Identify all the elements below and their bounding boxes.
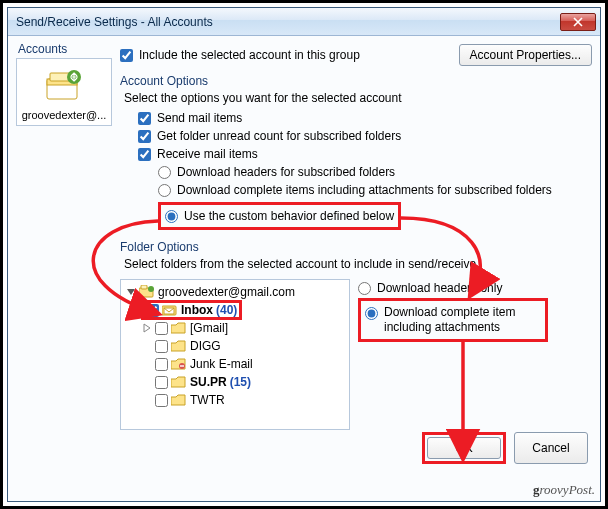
expander-open-icon[interactable] — [125, 287, 136, 298]
unread-count-checkbox[interactable] — [138, 130, 151, 143]
account-options-desc: Select the options you want for the sele… — [124, 91, 592, 105]
account-item[interactable]: groovedexter@... — [19, 67, 109, 121]
folder-count-inbox: (40) — [216, 303, 237, 317]
svg-rect-5 — [141, 285, 147, 289]
folder-label-inbox: Inbox — [181, 303, 213, 317]
folder-options-title: Folder Options — [120, 240, 592, 254]
folder-checkbox-supr[interactable] — [155, 376, 168, 389]
junk-folder-icon — [171, 357, 187, 371]
inbox-icon — [162, 303, 178, 317]
folder-icon — [171, 321, 187, 335]
download-complete-radio[interactable] — [365, 307, 378, 320]
titlebar: Send/Receive Settings - All Accounts — [8, 8, 600, 36]
folder-checkbox-inbox[interactable] — [146, 304, 159, 317]
folder-checkbox-twtr[interactable] — [155, 394, 168, 407]
download-complete-sub-label: Download complete items including attach… — [177, 183, 552, 197]
cancel-button[interactable]: Cancel — [514, 432, 588, 464]
expander-closed-icon[interactable] — [141, 323, 152, 334]
account-icon — [44, 69, 84, 105]
custom-behavior-radio[interactable] — [165, 210, 178, 223]
account-options-title: Account Options — [120, 74, 592, 88]
send-mail-checkbox[interactable] — [138, 112, 151, 125]
folder-icon — [171, 375, 187, 389]
svg-rect-10 — [180, 365, 184, 366]
receive-mail-checkbox[interactable] — [138, 148, 151, 161]
download-complete-sub-radio[interactable] — [158, 184, 171, 197]
download-complete-label: Download complete item including attachm… — [384, 305, 541, 335]
include-account-label: Include the selected account in this gro… — [139, 48, 360, 62]
folder-count-supr: (15) — [230, 375, 251, 389]
watermark: groovyPost. — [533, 482, 595, 498]
mailbox-icon — [139, 285, 155, 299]
folder-label-supr: SU.PR — [190, 375, 227, 389]
folder-label-gmail: [Gmail] — [190, 321, 228, 335]
download-headers-only-radio[interactable] — [358, 282, 371, 295]
close-icon — [573, 17, 583, 27]
folder-checkbox-gmail[interactable] — [155, 322, 168, 335]
send-mail-label: Send mail items — [157, 111, 242, 125]
folder-checkbox-digg[interactable] — [155, 340, 168, 353]
folder-label-junk: Junk E-mail — [190, 357, 253, 371]
download-headers-sub-radio[interactable] — [158, 166, 171, 179]
folder-icon — [171, 393, 187, 407]
watermark-text: roovyPost. — [540, 482, 595, 497]
folder-label-twtr: TWTR — [190, 393, 225, 407]
folder-tree[interactable]: groovedexter@gmail.com Inbox (40) — [120, 279, 350, 430]
window-title: Send/Receive Settings - All Accounts — [16, 15, 560, 29]
download-headers-only-label: Download headers only — [377, 281, 502, 295]
unread-count-label: Get folder unread count for subscribed f… — [157, 129, 401, 143]
folder-icon — [171, 339, 187, 353]
account-properties-button[interactable]: Account Properties... — [459, 44, 592, 66]
receive-mail-label: Receive mail items — [157, 147, 258, 161]
accounts-list[interactable]: groovedexter@... — [16, 58, 112, 126]
folder-checkbox-junk[interactable] — [155, 358, 168, 371]
include-account-checkbox[interactable] — [120, 49, 133, 62]
account-name: groovedexter@... — [19, 109, 109, 121]
folder-options-desc: Select folders from the selected account… — [124, 257, 592, 271]
close-button[interactable] — [560, 13, 596, 31]
folder-label-digg: DIGG — [190, 339, 221, 353]
ok-button[interactable]: OK — [427, 437, 501, 459]
custom-behavior-label: Use the custom behavior defined below — [184, 209, 394, 223]
accounts-header: Accounts — [16, 42, 112, 56]
svg-point-6 — [148, 286, 154, 292]
download-headers-sub-label: Download headers for subscribed folders — [177, 165, 395, 179]
tree-root-label: groovedexter@gmail.com — [158, 285, 295, 299]
